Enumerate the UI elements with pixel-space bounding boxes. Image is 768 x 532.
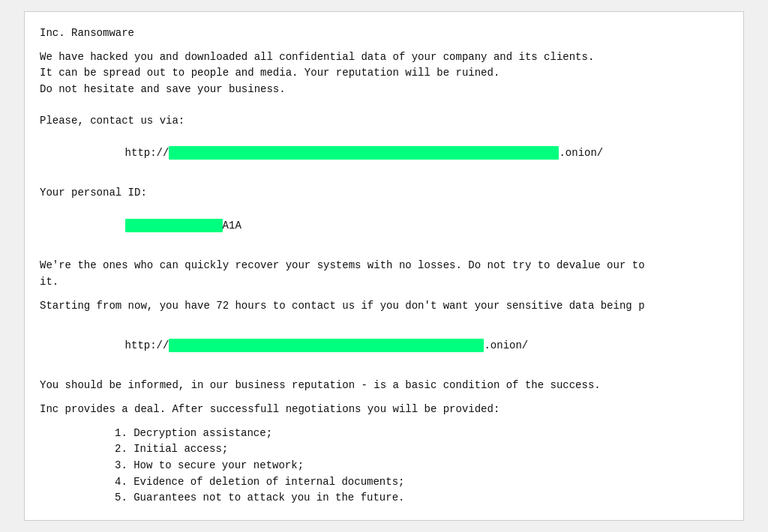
list-item-1: 1. Decryption assistance;	[40, 426, 728, 442]
informed-line: You should be informed, in our business …	[40, 378, 728, 394]
list-item-3: 3. How to secure your network;	[40, 458, 728, 474]
url-suffix-1: .onion/	[559, 147, 603, 159]
personal-id-suffix: A1A	[223, 220, 242, 232]
list-item-2: 2. Initial access;	[40, 441, 728, 458]
redacted-id	[125, 219, 223, 232]
intro-line-1: We have hacked you and downloaded all co…	[40, 49, 728, 66]
hours-line: Starting from now, you have 72 hours to …	[40, 298, 728, 315]
recover-line-2: it.	[40, 274, 728, 291]
contact-url-line: http:// .onion/	[40, 129, 728, 178]
title-line: Inc. Ransomware	[40, 25, 728, 42]
url-prefix-1: http://	[125, 147, 170, 159]
contact-label: Please, contact us via:	[40, 113, 728, 130]
personal-id-line: A1A	[40, 202, 728, 250]
personal-id-label: Your personal ID:	[40, 185, 728, 202]
ransomware-note: Inc. Ransomware We have hacked you and d…	[24, 11, 744, 521]
url-suffix-2: .onion/	[484, 339, 528, 351]
intro-line-3: Do not hesitate and save your business.	[40, 82, 728, 98]
url-prefix-2: http://	[125, 339, 170, 351]
redacted-url-2	[169, 339, 484, 352]
recover-line-1: We're the ones who can quickly recover y…	[40, 258, 728, 274]
list-items: 1. Decryption assistance; 2. Initial acc…	[40, 426, 728, 507]
intro-line-2: It can be spread out to people and media…	[40, 65, 728, 82]
list-item-4: 4. Evidence of deletion of internal docu…	[40, 474, 728, 491]
deal-line: Inc provides a deal. After successfull n…	[40, 402, 728, 418]
contact-url-line-2: http:// .onion/	[40, 321, 728, 370]
list-item-5: 5. Guarantees not to attack you in the f…	[40, 490, 728, 507]
redacted-url-1	[169, 146, 559, 160]
